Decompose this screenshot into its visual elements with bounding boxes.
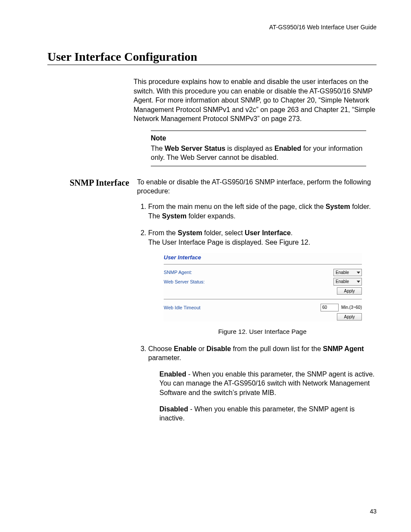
step2-b: folder, select [202, 229, 245, 236]
page-title: User Interface Configuration [47, 50, 377, 65]
disabled-bold: Disabled [159, 405, 188, 413]
apply-button-top[interactable]: Apply [337, 287, 362, 295]
step-2: From the System folder, select User Inte… [148, 228, 377, 336]
step-1: From the main menu on the left side of t… [148, 202, 377, 221]
step3-boldB: Disable [206, 345, 231, 352]
step1-d: folder expands. [187, 212, 236, 220]
ui-web-label: Web Server Status: [164, 279, 205, 285]
note-label: Note [151, 134, 366, 143]
step2-bold2: User Interface [245, 229, 291, 236]
web-server-status-select[interactable]: Enable [333, 278, 362, 286]
step2-d: The User Interface Page is displayed. Se… [148, 239, 310, 246]
ui-snmp-label: SNMP Agent: [164, 269, 192, 276]
step3-d: parameter. [148, 354, 181, 361]
step3-boldC: SNMP Agent [323, 345, 364, 352]
enabled-text: - When you enable this parameter, the SN… [159, 370, 375, 396]
note-bold-a: Web Server Status [165, 145, 225, 152]
disabled-text: - When you enable this parameter, the SN… [159, 405, 355, 422]
step-3: Choose Enable or Disable from the pull d… [148, 344, 377, 423]
note-text-pre: The [151, 145, 165, 152]
snmp-agent-select[interactable]: Enable [333, 269, 362, 277]
note-bold-b: Enabled [274, 145, 301, 152]
apply-button-bottom[interactable]: Apply [337, 313, 362, 321]
step1-c: The [148, 212, 162, 220]
intro-paragraph: This procedure explains how to enable an… [134, 77, 377, 124]
timeout-hint: Min.(3~60) [341, 305, 362, 311]
note-box: Note The Web Server Status is displayed … [151, 131, 366, 166]
step1-a: From the main menu on the left side of t… [148, 203, 326, 210]
ui-idle-label: Web Idle Timeout [164, 305, 200, 311]
step2-c: . [291, 229, 293, 236]
ui-panel-title: User Interface [164, 253, 362, 263]
disabled-paragraph: Disabled - When you enable this paramete… [159, 404, 377, 423]
enabled-paragraph: Enabled - When you enable this parameter… [159, 370, 377, 398]
step3-b: or [196, 345, 206, 352]
web-idle-timeout-input[interactable]: 60 [321, 304, 339, 311]
embedded-ui-screenshot: User Interface SNMP Agent: Enable Web Se… [164, 253, 362, 321]
side-heading-snmp: SNMP Interface [47, 177, 137, 188]
step3-a: Choose [148, 345, 174, 352]
step1-bold: System [326, 203, 350, 210]
lead-text: To enable or disable the AT-GS950/16 SNM… [137, 178, 371, 195]
step3-boldA: Enable [174, 345, 196, 352]
step3-c: from the pull down list for the [231, 345, 323, 352]
header-guide-title: AT-GS950/16 Web Interface User Guide [47, 24, 377, 31]
enabled-bold: Enabled [159, 370, 186, 378]
note-text-mid: is displayed as [225, 145, 274, 152]
step1-b: folder. [350, 203, 371, 210]
step2-a: From the [148, 229, 177, 236]
page-number: 43 [370, 508, 377, 515]
step2-bold: System [177, 229, 202, 236]
figure-caption: Figure 12. User Interface Page [148, 327, 377, 336]
step1-bold2: System [162, 212, 187, 220]
